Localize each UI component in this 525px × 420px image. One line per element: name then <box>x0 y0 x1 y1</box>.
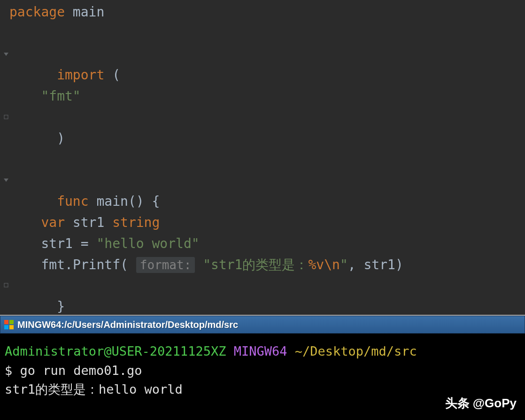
func-printf: Printf <box>73 257 120 272</box>
format-verb: %v <box>308 257 324 272</box>
pkg-fmt: fmt <box>41 257 65 272</box>
paren-open: ( <box>120 257 136 272</box>
mingw-icon <box>4 320 14 329</box>
code-line: } <box>9 275 525 318</box>
string-end: " <box>340 257 348 272</box>
keyword-var: var <box>41 215 65 230</box>
svg-rect-4 <box>4 325 8 329</box>
dot: . <box>65 257 73 272</box>
keyword-func: func <box>57 194 88 209</box>
terminal-stdout: str1的类型是：hello world <box>5 380 520 399</box>
terminal-command: go run demo01.go <box>20 363 142 378</box>
code-line: ) <box>9 107 525 149</box>
paren-open: ( <box>104 67 120 83</box>
space <box>195 257 203 272</box>
string-literal: "hello world" <box>96 236 199 251</box>
keyword-import: import <box>57 67 104 83</box>
import-fmt: "fmt" <box>41 88 80 104</box>
func-name: main <box>89 194 128 209</box>
code-line: func main() { <box>9 170 525 212</box>
paren-close: ) <box>57 131 65 146</box>
svg-rect-3 <box>9 320 14 324</box>
svg-rect-0 <box>4 115 8 119</box>
code-line-blank <box>9 23 525 44</box>
svg-rect-5 <box>9 325 14 329</box>
terminal-path: ~/Desktop/md/src <box>295 344 417 358</box>
terminal-output[interactable]: Administrator@USER-20211125XZ MINGW64 ~/… <box>0 334 525 420</box>
code-line: "fmt" <box>9 86 525 107</box>
code-editor[interactable]: package main import ( "fmt" ) func main(… <box>0 0 525 315</box>
indent <box>9 88 41 104</box>
type-string: string <box>112 215 160 230</box>
assign: str1 = <box>41 236 96 251</box>
string-start: "str1的类型是： <box>203 257 308 272</box>
svg-rect-1 <box>4 283 8 287</box>
indent <box>9 215 41 230</box>
terminal-command-line: $ go run demo01.go <box>5 361 520 381</box>
indent <box>9 257 41 272</box>
code-block: package main import ( "fmt" ) func main(… <box>0 0 525 318</box>
code-line: fmt.Printf( format: "str1的类型是：%v\n", str… <box>9 255 525 276</box>
escape-seq: \n <box>324 257 340 272</box>
fold-icon[interactable] <box>3 48 9 60</box>
param-hint: format: <box>136 257 195 273</box>
terminal-title-bar[interactable]: MINGW64:/c/Users/Administrator/Desktop/m… <box>0 316 525 334</box>
fold-icon[interactable] <box>3 174 9 186</box>
watermark-text: 头条 @GoPy <box>445 394 517 412</box>
brace-close: } <box>57 299 65 314</box>
code-line: var str1 string <box>9 212 525 233</box>
terminal-window: MINGW64:/c/Users/Administrator/Desktop/m… <box>0 315 525 420</box>
terminal-title-text: MINGW64:/c/Users/Administrator/Desktop/m… <box>17 319 238 330</box>
end-icon <box>3 279 9 291</box>
terminal-prompt-line: Administrator@USER-20211125XZ MINGW64 ~/… <box>5 342 520 361</box>
terminal-mingw-label: MINGW64 <box>226 344 294 358</box>
args: , str1) <box>348 257 403 272</box>
package-name: main <box>65 4 104 20</box>
keyword-package: package <box>9 4 65 20</box>
svg-rect-2 <box>4 320 8 324</box>
indent <box>9 236 41 251</box>
func-sig: () { <box>128 194 160 209</box>
prompt-symbol: $ <box>5 363 20 378</box>
code-line: str1 = "hello world" <box>9 233 525 255</box>
code-line: package main <box>9 2 525 23</box>
code-line: import ( <box>9 44 525 86</box>
var-name: str1 <box>65 215 112 230</box>
code-line-blank <box>9 149 525 171</box>
terminal-user: Administrator@USER-20211125XZ <box>5 344 226 358</box>
end-icon <box>3 111 9 123</box>
